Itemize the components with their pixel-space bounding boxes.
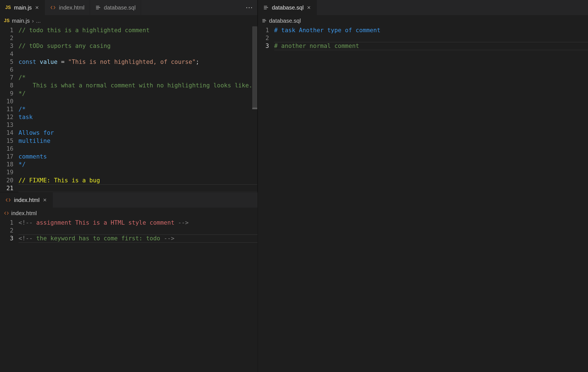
code-area[interactable]: // todo this is a highlighted comment// … [18,26,257,192]
line-number: 14 [0,129,13,137]
code-line[interactable] [18,184,254,192]
code-line[interactable] [18,227,255,234]
scrollbar-track[interactable] [252,26,257,192]
code-line[interactable]: task [18,113,254,121]
code-line[interactable] [18,145,254,153]
token: comments [18,153,47,160]
line-number: 6 [0,66,13,74]
overview-ruler-mark [252,108,257,109]
code-line[interactable] [18,168,254,176]
code-line[interactable]: <!-- the keyword has to come first: todo… [18,234,255,242]
close-icon[interactable] [42,197,47,203]
breadcrumb[interactable]: JS main.js › ... [0,15,257,26]
breadcrumb[interactable]: index.html [0,208,258,219]
token: */ [18,90,26,97]
chevron-right-icon: › [32,18,34,24]
code-line[interactable]: /* [18,105,254,113]
token: ; [196,59,199,65]
code-line[interactable]: const value = "This is not highlighted, … [18,58,254,66]
tab-database-sql[interactable]: database.sql [258,0,317,15]
code-line[interactable]: /* [18,74,254,82]
code-line[interactable] [18,66,254,74]
line-number: 19 [0,168,13,176]
code-line[interactable]: comments [18,153,254,161]
breadcrumb-tail: ... [36,18,41,24]
tab-label: index.html [14,197,40,203]
code-area[interactable]: # task Another type of comment# another … [274,26,588,372]
line-number: 4 [0,50,13,58]
token: the keyword has to come first: todo [36,235,160,242]
tab-bar: database.sql [258,0,588,15]
code-line[interactable]: // tODo suports any casing [18,42,254,50]
tab-bar: JS main.js index.html database.sql [0,0,257,15]
code-line[interactable]: */ [18,90,254,97]
line-number-gutter: 123456789101112131415161718192021 [0,26,18,192]
code-line[interactable] [274,34,585,42]
code-line[interactable] [18,121,254,129]
breadcrumb[interactable]: database.sql [258,15,588,26]
code-line[interactable]: # another normal comment [274,42,585,50]
close-icon[interactable] [306,5,311,10]
line-number: 17 [0,153,13,161]
line-number: 21 [0,184,13,192]
token: task [18,114,33,120]
code-line[interactable]: multiline [18,137,254,145]
token: --> [174,219,189,226]
editor-pane-index-html: index.html index.html 123 <!-- assignmen… [0,192,258,372]
line-number: 2 [0,227,13,234]
line-number: 13 [0,121,13,129]
code-line[interactable]: Allows for [18,129,254,137]
code-editor[interactable]: 123456789101112131415161718192021 // tod… [0,26,257,192]
tab-index-html[interactable]: index.html [0,192,53,208]
code-line[interactable] [18,50,254,58]
token: multiline [18,138,50,144]
code-line[interactable]: <!-- assignment This is a HTML style com… [18,219,255,227]
code-line[interactable]: */ [18,161,254,168]
editor-pane-database-sql: database.sql database.sql 123 # task Ano… [258,0,588,372]
html-file-icon [4,211,9,216]
token: value [40,59,57,65]
line-number: 8 [0,82,13,89]
line-number: 7 [0,74,13,82]
code-area[interactable]: <!-- assignment This is a HTML style com… [18,219,258,372]
line-number-gutter: 123 [0,219,18,372]
tab-index-html[interactable]: index.html [45,0,90,15]
token: # another normal comment [274,43,359,49]
line-number: 11 [0,105,13,113]
line-number: 9 [0,90,13,97]
tab-label: database.sql [104,4,136,11]
code-editor[interactable]: 123 # task Another type of comment# anot… [258,26,588,372]
token: const [18,59,40,65]
breadcrumb-file: index.html [11,210,37,217]
tab-database-sql[interactable]: database.sql [90,0,141,15]
sql-file-icon [95,4,101,11]
tab-bar: index.html [0,192,258,208]
code-line[interactable]: // FIXME: This is a bug [18,176,254,184]
line-number: 2 [0,34,13,42]
sql-file-icon [262,18,267,23]
breadcrumb-file: main.js [12,18,30,24]
token: assignment This is a HTML style comment [36,219,174,226]
line-number: 3 [0,234,13,242]
close-icon[interactable] [34,5,40,10]
token: /* [18,106,26,113]
editor-pane-main-js: JS main.js index.html database.sql [0,0,258,192]
token: <!-- [18,235,36,242]
code-line[interactable] [18,97,254,105]
line-number: 3 [0,42,13,50]
code-line[interactable]: This is what a normal comment with no hi… [18,82,254,89]
html-file-icon [5,197,11,203]
line-number: 20 [0,176,13,184]
tab-label: main.js [14,4,32,11]
code-line[interactable]: # task Another type of comment [274,26,585,34]
scrollbar-thumb[interactable] [252,26,257,108]
code-line[interactable]: // todo this is a highlighted comment [18,26,254,34]
tab-overflow-button[interactable]: ⋯ [244,2,255,13]
code-line[interactable] [18,34,254,42]
line-number: 10 [0,97,13,105]
line-number: 1 [0,26,13,34]
token: // tODo suports any casing [18,43,111,49]
code-editor[interactable]: 123 <!-- assignment This is a HTML style… [0,219,258,372]
tab-main-js[interactable]: JS main.js [0,0,45,15]
line-number: 5 [0,58,13,66]
